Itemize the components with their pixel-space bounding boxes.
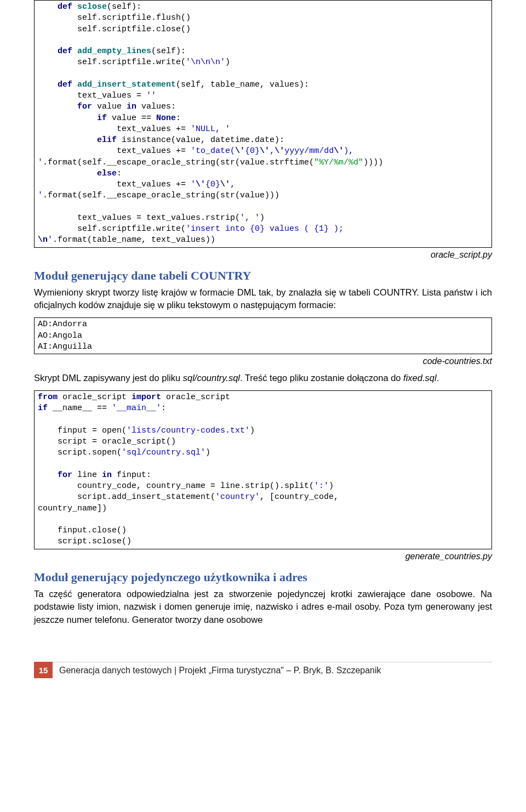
paragraph-dml-output: Skrypt DML zapisywany jest do pliku sql/… [34, 372, 492, 385]
heading-user-module: Moduł generujący pojedynczego użytkownik… [34, 570, 492, 584]
paragraph-country-intro: Wymieniony skrypt tworzy listę krajów w … [34, 286, 492, 313]
caption-generate-countries: generate_countries.py [34, 552, 492, 561]
code-block-countries-list: AD:Andorra AO:Angola AI:Anguilla [34, 317, 492, 354]
caption-oracle-script: oracle_script.py [34, 250, 492, 260]
code-block-oracle-script: def sclose(self): self.scriptfile.flush(… [34, 0, 492, 248]
heading-country-module: Moduł generujący dane tabeli COUNTRY [34, 269, 492, 283]
paragraph-user-intro: Ta część generatora odpowiedzialna jest … [34, 588, 492, 627]
code-block-generate-countries: from oracle_script import oracle_script … [34, 390, 492, 549]
page-number: 15 [34, 662, 53, 678]
caption-code-countries: code-countries.txt [34, 356, 492, 366]
footer-text: Generacja danych testowych | Projekt „Fi… [53, 662, 492, 678]
footer: 15 Generacja danych testowych | Projekt … [0, 662, 526, 678]
